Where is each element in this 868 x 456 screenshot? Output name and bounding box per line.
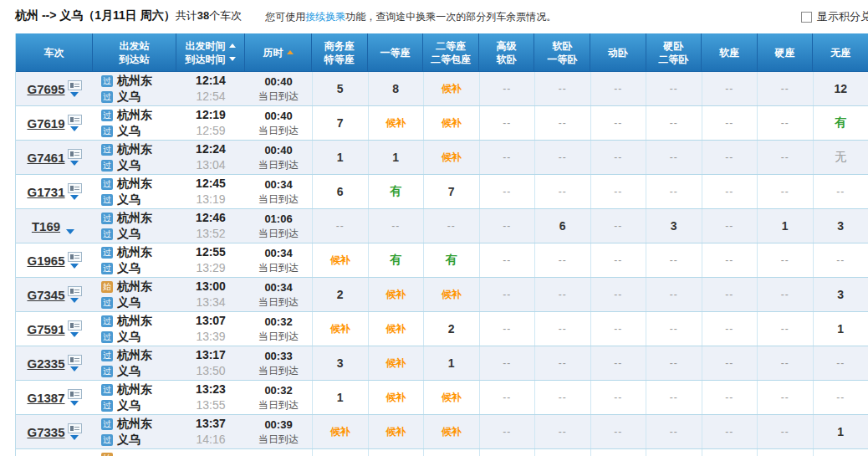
expand-arrow-icon[interactable] [70,435,79,440]
seat-availability-cell: 候补 [423,141,479,174]
seat-availability-cell: -- [646,141,702,174]
departure-stop: 过 杭州东 [93,347,176,363]
seat-availability-cell: -- [646,106,702,140]
arrival-day: 当日到达 [245,398,312,412]
departure-time: 13:07 [176,313,245,329]
station-cell: 始 [93,449,176,456]
expand-arrow-icon[interactable] [70,92,79,97]
arrival-time: 13:29 [176,260,245,276]
seat-availability-cell: 8 [368,72,424,105]
column-header-label: 车次 [44,46,64,59]
count-prefix: 共计 [176,9,197,22]
train-number-link[interactable]: G2335 [27,356,64,371]
seat-availability-cell: -- [534,312,590,346]
expand-arrow-icon[interactable] [70,126,79,131]
expand-arrow-icon[interactable] [66,229,74,234]
seat-availability-cell: -- [646,381,702,414]
column-header[interactable]: 历时 [245,33,312,71]
train-number-link[interactable]: G7695 [27,82,64,96]
station-cell: 过 杭州东 过 义乌 [93,72,176,105]
expand-arrow-icon[interactable] [70,401,79,406]
train-number-link[interactable]: G1965 [27,254,64,268]
column-header-label: 硬卧 [663,39,683,53]
departure-stop: 始 杭州东 [93,279,176,295]
train-row: 始 [16,449,868,456]
expand-arrow-icon[interactable] [70,366,79,371]
train-row: G7335 过 杭州东 过 义乌 13:37 14:16 00:39 当日到达 … [16,415,868,449]
stop-type-badge: 过 [101,297,113,309]
points-checkbox[interactable] [801,12,812,23]
arrival-day: 当日到达 [245,158,312,172]
departure-stop: 过 杭州东 [93,416,176,432]
stop-type-badge: 过 [101,144,113,156]
train-number-link[interactable]: T169 [32,219,60,233]
seat-availability-cell: -- [813,175,868,208]
transfer-notice: 您可使用接续换乘功能，查询途中换乘一次的部分列车余票情况。 [265,8,556,24]
station-name: 义乌 [117,364,140,379]
stop-type-badge: 过 [101,160,113,172]
departure-time: 13:23 [176,382,245,397]
train-number-link[interactable]: G7345 [27,288,64,302]
column-header-label: 软卧 [552,39,572,53]
seat-availability-cell: -- [757,175,813,208]
seat-availability-cell: 候补 [368,106,424,140]
arrival-stop: 过 义乌 [93,397,176,413]
departure-time: 13:17 [176,347,245,363]
station-name: 义乌 [117,192,140,208]
seat-availability-cell [479,449,535,456]
seat-availability-cell: -- [479,175,535,208]
train-number-link[interactable]: G7335 [27,425,64,439]
train-number-link[interactable]: G7619 [27,116,64,131]
sort-desc-icon[interactable] [229,57,236,61]
column-header-label: 二等卧 [658,53,688,66]
train-number-link[interactable]: G1731 [27,185,64,199]
duration: 00:40 [245,142,312,158]
departure-time: 12:55 [176,244,245,260]
transfer-link[interactable]: 接续换乘 [305,11,345,23]
column-header: 出发站到达站 [93,33,176,71]
seat-availability-cell: -- [590,278,646,311]
expand-arrow-icon[interactable] [70,332,79,337]
column-header-label: 商务座 [324,39,355,53]
seat-availability-cell: -- [702,346,758,380]
arrival-day: 当日到达 [245,261,312,275]
sort-asc-icon[interactable] [287,50,294,54]
duration-cell: 00:32 当日到达 [245,312,312,346]
seat-availability-cell: 5 [312,72,368,105]
station-name: 杭州东 [117,314,152,329]
train-cell: G2335 [16,346,93,380]
stop-type-badge: 过 [101,247,113,259]
seat-availability-cell: 候补 [368,278,424,311]
arrival-time: 13:52 [176,226,245,242]
seat-availability-cell: -- [646,415,702,448]
expand-arrow-icon[interactable] [70,264,79,269]
seat-availability-cell: -- [479,106,535,140]
seat-availability-cell: -- [479,141,535,174]
column-header[interactable]: 出发时间到达时间 [176,33,245,71]
train-number-link[interactable]: G7461 [27,151,64,165]
station-cell: 过 杭州东 过 义乌 [93,415,176,448]
departure-stop: 始 [93,450,176,456]
seat-availability-cell: 2 [423,312,479,346]
train-number-link[interactable]: G1387 [27,391,64,405]
sort-asc-icon[interactable] [229,44,236,48]
seat-availability-cell: 7 [312,106,368,140]
seat-availability-cell: -- [534,278,590,311]
train-row: G7461 过 杭州东 过 义乌 12:24 13:04 00:40 当日到达 … [16,141,868,175]
expand-arrow-icon[interactable] [70,195,79,200]
id-card-icon [68,320,82,330]
train-side-icons [68,320,82,337]
station-name: 杭州东 [117,417,152,432]
departure-time: 12:45 [176,176,245,192]
expand-arrow-icon[interactable] [70,298,79,303]
duration: 00:34 [245,279,312,295]
id-card-icon [68,183,82,193]
column-header-label: 软卧 [497,53,517,66]
seat-availability-cell: -- [813,381,868,414]
time-cell: 12:46 13:52 [176,209,245,243]
column-header: 商务座特等座 [312,33,368,71]
column-header-label: 出发站 [120,39,150,53]
train-number-link[interactable]: G7591 [27,322,64,336]
station-cell: 过 杭州东 过 义乌 [93,381,176,414]
expand-arrow-icon[interactable] [70,161,79,166]
